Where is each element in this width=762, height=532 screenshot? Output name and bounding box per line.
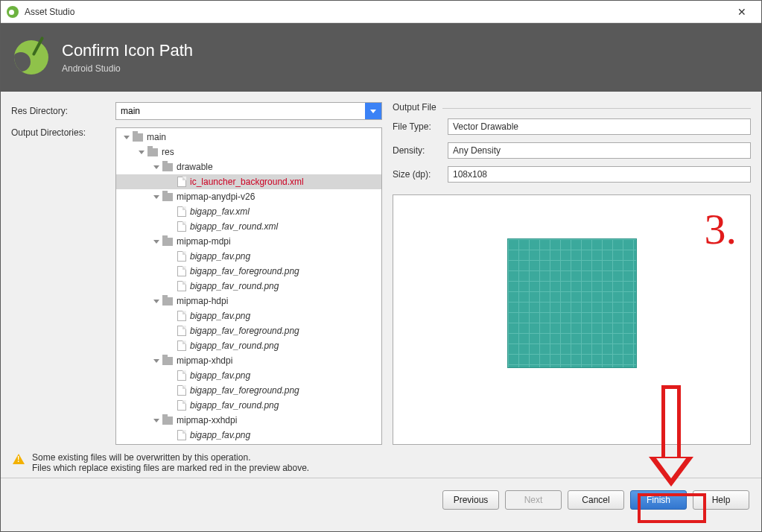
titlebar: Asset Studio ✕ — [1, 1, 761, 23]
help-button[interactable]: Help — [693, 490, 749, 510]
tree-file[interactable]: bigapp_fav.xml — [116, 204, 381, 219]
tree-item-label: bigapp_fav_round.png — [190, 341, 279, 351]
expand-icon[interactable] — [137, 148, 146, 156]
page-title: Confirm Icon Path — [62, 41, 193, 60]
output-file-section-label: Output File — [393, 102, 436, 113]
file-icon — [177, 400, 186, 411]
app-icon — [7, 6, 19, 18]
file-icon — [177, 341, 186, 351]
folder-icon — [147, 148, 158, 156]
tree-file[interactable]: bigapp_fav_round.png — [116, 338, 381, 353]
tree-item-label: bigapp_fav.png — [190, 311, 250, 321]
tree-file[interactable]: bigapp_fav_round.xml — [116, 219, 381, 234]
tree-item-label: bigapp_fav_foreground.png — [190, 385, 299, 396]
tree-item-label: bigapp_fav_foreground.png — [190, 266, 299, 276]
res-directory-combo[interactable]: main — [115, 102, 382, 120]
file-icon — [177, 221, 186, 232]
folder-icon — [162, 417, 173, 425]
file-icon — [177, 385, 186, 396]
tree-item-label: drawable — [177, 162, 213, 172]
size-label: Size (dp): — [393, 169, 448, 180]
expand-icon[interactable] — [152, 416, 161, 425]
tree-item-label: mipmap-anydpi-v26 — [177, 191, 255, 202]
expand-icon[interactable] — [152, 162, 161, 171]
tree-item-label: bigapp_fav_round.xml — [190, 221, 278, 232]
tree-file[interactable]: bigapp_fav.png — [116, 368, 381, 383]
android-studio-logo — [14, 40, 48, 75]
tree-folder[interactable]: mipmap-anydpi-v26 — [116, 189, 381, 204]
tree-file[interactable]: bigapp_fav_foreground.png — [116, 264, 381, 279]
folder-icon — [133, 133, 143, 142]
tree-file[interactable]: bigapp_fav_round.png — [116, 279, 381, 294]
tree-folder[interactable]: mipmap-xhdpi — [116, 353, 381, 368]
tree-file[interactable]: bigapp_fav_foreground.png — [116, 383, 381, 398]
file-icon — [177, 326, 186, 336]
expand-icon[interactable] — [152, 356, 161, 365]
tree-folder[interactable]: mipmap-hdpi — [116, 294, 381, 308]
file-type-field: Vector Drawable — [448, 118, 751, 135]
expand-icon[interactable] — [152, 297, 161, 305]
tree-item-label: bigapp_fav.png — [190, 370, 250, 381]
cancel-button[interactable]: Cancel — [568, 490, 624, 510]
file-icon — [177, 177, 186, 187]
tree-item-label: mipmap-mdpi — [177, 236, 231, 247]
file-icon — [177, 281, 186, 291]
icon-preview: 3. — [393, 194, 751, 445]
icon-preview-image — [507, 238, 637, 368]
file-type-label: File Type: — [393, 121, 448, 132]
file-icon — [177, 430, 186, 440]
file-icon — [177, 251, 186, 262]
output-directories-tree[interactable]: mainresdrawableic_launcher_background.xm… — [115, 127, 382, 445]
warning-message: Some existing files will be overwritten … — [1, 445, 761, 478]
tree-folder[interactable]: res — [116, 145, 381, 159]
tree-item-label: bigapp_fav_round.png — [190, 281, 279, 291]
expand-icon[interactable] — [152, 192, 161, 201]
tree-file[interactable]: bigapp_fav.png — [116, 428, 381, 443]
annotation-step-number: 3. — [705, 204, 737, 254]
dialog-header: Confirm Icon Path Android Studio — [1, 23, 761, 92]
tree-item-label: ic_launcher_background.xml — [190, 177, 304, 187]
next-button: Next — [505, 490, 562, 510]
expand-icon[interactable] — [152, 237, 161, 246]
res-directory-label: Res Directory: — [11, 106, 115, 116]
folder-icon — [162, 193, 173, 201]
tree-item-label: bigapp_fav_foreground.png — [190, 326, 299, 336]
file-icon — [177, 311, 186, 321]
tree-item-label: res — [162, 147, 174, 157]
density-label: Density: — [393, 145, 448, 156]
tree-file[interactable]: bigapp_fav_foreground.png — [116, 323, 381, 338]
tree-item-label: bigapp_fav.png — [190, 251, 250, 262]
tree-item-label: mipmap-xxhdpi — [177, 415, 237, 425]
file-icon — [177, 206, 186, 217]
folder-icon — [162, 357, 173, 365]
tree-file[interactable]: bigapp_fav_round.png — [116, 398, 381, 413]
close-button[interactable]: ✕ — [727, 1, 757, 23]
tree-item-label: bigapp_fav.xml — [190, 206, 250, 217]
warning-icon — [13, 454, 25, 464]
tree-item-label: mipmap-hdpi — [177, 296, 228, 306]
page-subtitle: Android Studio — [62, 63, 193, 74]
window-title: Asset Studio — [25, 7, 74, 17]
res-directory-value: main — [121, 106, 140, 116]
chevron-down-icon[interactable] — [365, 103, 381, 119]
tree-folder[interactable]: main — [116, 130, 381, 145]
file-icon — [177, 370, 186, 381]
tree-item-label: bigapp_fav_round.png — [190, 400, 279, 411]
tree-folder[interactable]: mipmap-mdpi — [116, 234, 381, 249]
tree-item-label: mipmap-xhdpi — [177, 355, 232, 366]
button-bar: Previous Next Cancel Finish Help — [1, 478, 761, 521]
tree-item-label: main — [147, 132, 166, 142]
tree-folder[interactable]: drawable — [116, 159, 381, 174]
folder-icon — [162, 297, 173, 305]
tree-file[interactable]: bigapp_fav.png — [116, 308, 381, 323]
tree-file[interactable]: ic_launcher_background.xml — [116, 174, 381, 189]
tree-folder[interactable]: mipmap-xxhdpi — [116, 413, 381, 428]
tree-item-label: bigapp_fav.png — [190, 430, 250, 440]
finish-button[interactable]: Finish — [630, 490, 687, 510]
density-field: Any Density — [448, 142, 751, 159]
folder-icon — [162, 163, 173, 171]
expand-icon[interactable] — [122, 133, 131, 142]
tree-file[interactable]: bigapp_fav.png — [116, 249, 381, 264]
warning-line2: Files which replace existing files are m… — [32, 463, 309, 473]
previous-button[interactable]: Previous — [442, 490, 499, 510]
